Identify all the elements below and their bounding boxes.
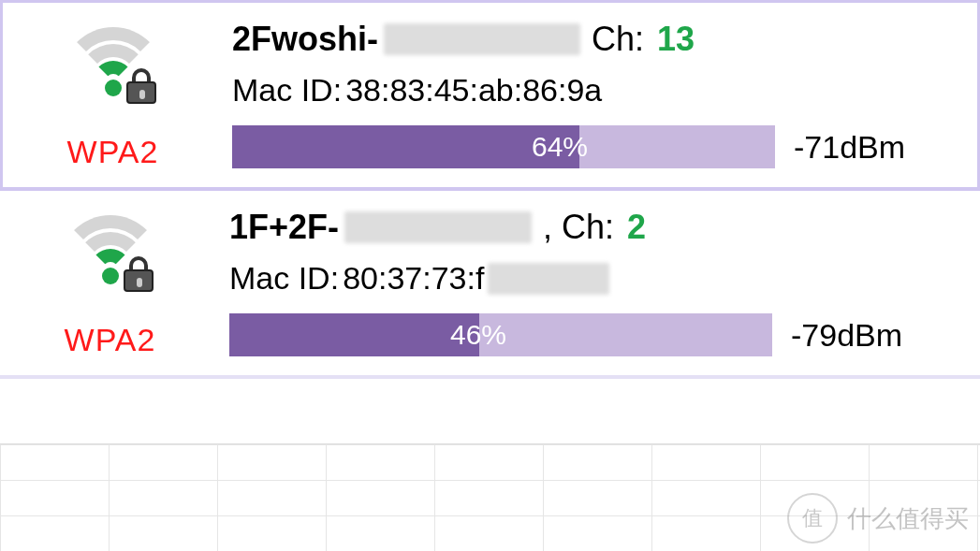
signal-meter-fill: [229, 313, 479, 356]
signal-dbm: -71dBm: [794, 129, 905, 166]
wifi-network-row[interactable]: WPA2 1F+2F- , Ch: 2 Mac ID: 80:37:73:f 4…: [0, 191, 980, 379]
network-left-column: WPA2: [28, 208, 192, 358]
wifi-network-row[interactable]: WPA2 2Fwoshi- Ch: 13 Mac ID: 38:83:45:ab…: [0, 0, 980, 191]
wifi-network-list: WPA2 2Fwoshi- Ch: 13 Mac ID: 38:83:45:ab…: [0, 0, 980, 379]
watermark-text: 什么值得买: [847, 502, 969, 535]
channel-label: , Ch:: [543, 208, 614, 247]
security-label: WPA2: [65, 322, 156, 358]
signal-dbm: -79dBm: [791, 317, 902, 354]
signal-meter-row: 46% -79dBm: [229, 313, 961, 356]
ssid-redacted: [384, 23, 580, 55]
mac-value: 38:83:45:ab:86:9a: [345, 72, 602, 109]
mac-prefix: Mac ID:: [232, 72, 342, 109]
channel-value: 13: [657, 20, 695, 59]
signal-meter: 64%: [232, 125, 775, 168]
network-title-line: 1F+2F- , Ch: 2: [229, 208, 961, 247]
lock-icon: [123, 66, 160, 104]
network-main-column: 1F+2F- , Ch: 2 Mac ID: 80:37:73:f 46% -7…: [192, 208, 961, 356]
security-label: WPA2: [67, 134, 159, 170]
signal-meter: 46%: [229, 313, 772, 356]
ssid-redacted: [344, 211, 532, 243]
wifi-signal-icon: [54, 215, 167, 290]
signal-percent-text: 46%: [450, 313, 506, 356]
channel-label: Ch:: [592, 20, 644, 59]
ssid-text: 2Fwoshi-: [232, 20, 378, 59]
signal-meter-row: 64% -71dBm: [232, 125, 958, 168]
mac-line: Mac ID: 80:37:73:f: [229, 260, 961, 297]
channel-value: 2: [627, 208, 646, 247]
network-main-column: 2Fwoshi- Ch: 13 Mac ID: 38:83:45:ab:86:9…: [195, 20, 958, 168]
network-left-column: WPA2: [31, 20, 195, 170]
wifi-signal-icon: [57, 27, 169, 102]
watermark-badge-icon: 值: [787, 493, 838, 544]
mac-prefix: Mac ID:: [229, 260, 339, 297]
mac-value: 80:37:73:f: [343, 260, 484, 297]
signal-meter-fill: [232, 125, 579, 168]
signal-percent-text: 64%: [532, 125, 588, 168]
ssid-text: 1F+2F-: [229, 208, 339, 247]
watermark: 值 什么值得买: [787, 493, 969, 544]
lock-icon: [120, 254, 157, 292]
mac-line: Mac ID: 38:83:45:ab:86:9a: [232, 72, 958, 109]
network-title-line: 2Fwoshi- Ch: 13: [232, 20, 958, 59]
mac-redacted: [488, 263, 609, 295]
